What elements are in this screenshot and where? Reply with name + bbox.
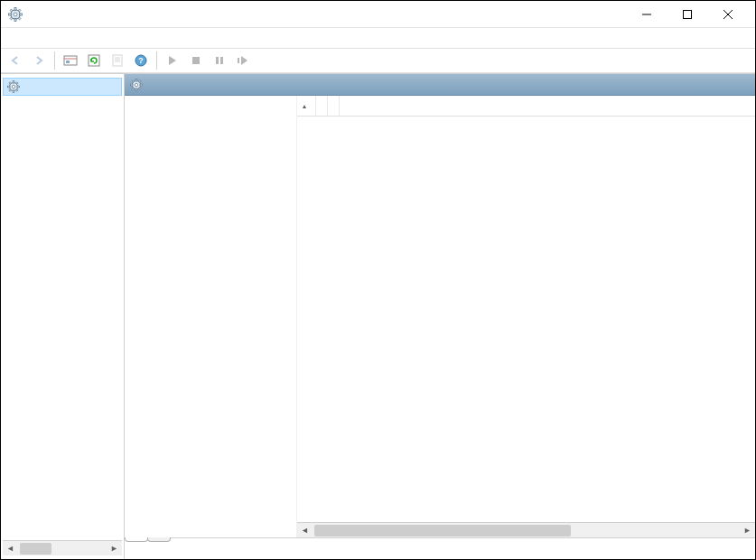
svg-rect-26 [220, 57, 223, 64]
column-status[interactable] [328, 96, 340, 116]
pause-button[interactable] [209, 50, 230, 71]
help-button[interactable]: ? [130, 50, 152, 71]
svg-rect-11 [683, 10, 691, 18]
menu-file[interactable] [5, 36, 19, 40]
svg-text:?: ? [138, 56, 144, 65]
close-button[interactable] [707, 1, 748, 28]
play-button[interactable] [162, 50, 183, 71]
svg-rect-18 [113, 55, 122, 66]
tree-root-item[interactable] [3, 78, 122, 96]
tab-extended[interactable] [125, 537, 148, 542]
forward-button[interactable] [28, 50, 50, 71]
tree-pane: ◄► [1, 74, 125, 559]
panel-header [125, 74, 755, 96]
minimize-button[interactable] [626, 1, 667, 28]
back-button[interactable] [5, 50, 26, 71]
tab-standard[interactable] [147, 537, 171, 542]
tree-hscrollbar[interactable]: ◄► [3, 540, 122, 555]
svg-rect-17 [89, 55, 99, 66]
services-list: ▴ ◄► [296, 96, 755, 537]
app-gear-icon [8, 7, 23, 22]
sort-asc-icon: ▴ [303, 102, 306, 110]
restart-button[interactable] [232, 50, 254, 71]
column-name[interactable]: ▴ [297, 96, 316, 116]
properties-button[interactable] [60, 50, 81, 71]
maximize-button[interactable] [667, 1, 707, 28]
svg-rect-24 [192, 57, 200, 64]
menu-help[interactable] [53, 36, 68, 40]
menu-view[interactable] [37, 36, 51, 40]
svg-rect-25 [216, 57, 219, 64]
toolbar: ? [1, 48, 755, 73]
svg-rect-27 [238, 58, 239, 63]
export-button[interactable] [107, 50, 128, 71]
svg-rect-16 [66, 61, 70, 63]
view-tabs [125, 537, 755, 559]
column-description[interactable] [316, 96, 328, 116]
list-hscrollbar[interactable]: ◄► [297, 522, 755, 537]
menu-action[interactable] [21, 36, 35, 40]
refresh-button[interactable] [83, 50, 105, 71]
stop-button[interactable] [185, 50, 207, 71]
description-pane [125, 96, 296, 537]
menubar [1, 28, 755, 48]
titlebar [1, 1, 755, 28]
column-headers: ▴ [297, 96, 755, 117]
